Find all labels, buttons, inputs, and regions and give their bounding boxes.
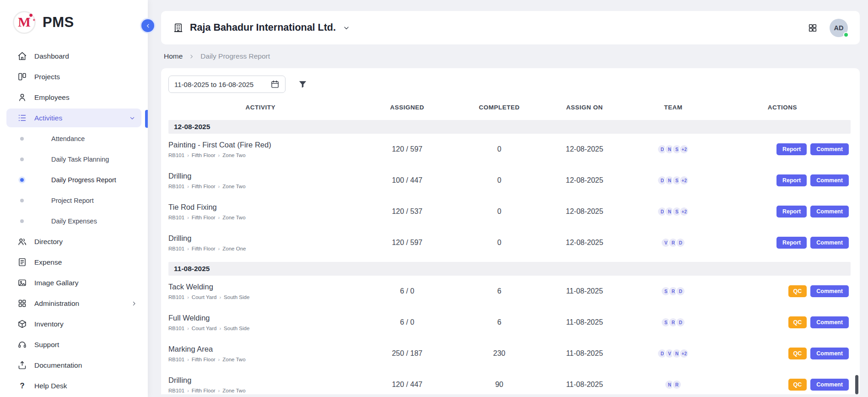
comment-button[interactable]: Comment — [810, 237, 849, 249]
user-avatar[interactable]: AD — [830, 19, 848, 37]
activity-path: RB101›Fifth Floor›Zone Two — [168, 357, 246, 362]
comment-button[interactable]: Comment — [810, 316, 849, 328]
activity-path: RB101›Fifth Floor›Zone Two — [168, 184, 246, 189]
table-row: DrillingRB101›Fifth Floor›Zone Two100 / … — [168, 165, 851, 196]
sidebar-subitem-daily-expenses[interactable]: Daily Expenses — [0, 211, 148, 231]
bullet-icon — [20, 178, 24, 182]
sidebar-subitem-attendance[interactable]: Attendance — [0, 128, 148, 149]
online-status-dot — [843, 32, 849, 38]
activities-icon — [17, 113, 27, 123]
content-card: 11-08-2025 to 16-08-2025 ACTIVITY ASSIGN… — [161, 68, 860, 394]
team-avatar: +2 — [679, 144, 689, 154]
chevron-left-icon — [145, 22, 151, 29]
activity-title: Marking Area — [168, 345, 213, 353]
team-avatars: SRD — [632, 317, 714, 327]
bullet-icon — [20, 158, 24, 161]
table-row: Tie Rod FixingRB101›Fifth Floor›Zone Two… — [168, 196, 851, 227]
sidebar-item-projects[interactable]: Projects — [0, 66, 148, 87]
home-icon — [17, 51, 27, 61]
sidebar-item-inventory[interactable]: Inventory — [0, 314, 148, 334]
chevron-down-icon — [342, 24, 350, 32]
sidebar-item-label: Directory — [34, 238, 63, 246]
assign-on-value: 11-08-2025 — [537, 381, 632, 389]
app-name: PMS — [43, 14, 74, 31]
row-actions: QCComment — [714, 285, 851, 297]
path-part: Zone Two — [222, 215, 245, 220]
qc-button[interactable]: QC — [788, 285, 807, 297]
comment-button[interactable]: Comment — [810, 143, 849, 155]
sidebar-item-administration[interactable]: Administration — [0, 293, 148, 314]
path-separator: › — [219, 294, 221, 300]
sidebar-subitem-label: Attendance — [51, 135, 85, 142]
column-header-completed: COMPLETED — [462, 104, 537, 111]
apps-grid-icon[interactable] — [808, 23, 818, 33]
sidebar-subitem-daily-task-planning[interactable]: Daily Task Planning — [0, 149, 148, 169]
team-avatar: D — [675, 238, 685, 248]
completed-value: 90 — [462, 381, 537, 389]
sidebar-collapse-button[interactable] — [141, 19, 154, 32]
comment-button[interactable]: Comment — [810, 285, 849, 297]
path-separator: › — [187, 215, 189, 220]
qc-button[interactable]: QC — [788, 348, 807, 359]
path-separator: › — [187, 152, 189, 158]
path-separator: › — [218, 357, 220, 362]
company-selector[interactable]: Raja Bahadur International Ltd. — [173, 22, 350, 33]
activity-path: RB101›Court Yard›South Side — [168, 294, 249, 300]
row-actions: QCComment — [714, 348, 851, 359]
breadcrumb-current: Daily Progress Report — [200, 52, 270, 60]
activity-title: Full Welding — [168, 314, 210, 322]
comment-button[interactable]: Comment — [810, 348, 849, 359]
assign-on-value: 12-08-2025 — [537, 145, 632, 153]
comment-button[interactable]: Comment — [810, 174, 849, 186]
path-part: RB101 — [168, 184, 184, 189]
path-part: South Side — [224, 326, 249, 331]
sidebar-item-dashboard[interactable]: Dashboard — [0, 46, 148, 66]
sidebar-item-help-desk[interactable]: ?Help Desk — [0, 375, 148, 396]
completed-value: 0 — [462, 176, 537, 185]
sidebar-subitem-daily-progress-report[interactable]: Daily Progress Report — [0, 169, 148, 190]
path-part: Fifth Floor — [192, 152, 216, 158]
completed-value: 6 — [462, 287, 537, 295]
table-row: Marking AreaRB101›Fifth Floor›Zone Two25… — [168, 338, 851, 369]
filter-button[interactable] — [297, 79, 308, 90]
sidebar-item-label: Support — [34, 341, 59, 349]
sidebar-item-employees[interactable]: Employees — [0, 87, 148, 108]
team-avatar: +2 — [679, 207, 689, 217]
sidebar-subitem-label: Project Report — [51, 197, 94, 204]
report-button[interactable]: Report — [776, 206, 807, 218]
path-separator: › — [187, 388, 189, 393]
sidebar-item-activities[interactable]: Activities — [0, 109, 148, 127]
completed-value: 6 — [462, 318, 537, 326]
qc-button[interactable]: QC — [788, 316, 807, 328]
comment-button[interactable]: Comment — [810, 206, 849, 218]
sidebar-item-support[interactable]: Support — [0, 334, 148, 355]
qc-button[interactable]: QC — [788, 379, 807, 391]
column-header-team: TEAM — [632, 104, 714, 111]
filter-icon — [297, 79, 308, 90]
date-range-input[interactable]: 11-08-2025 to 16-08-2025 — [168, 76, 286, 93]
report-button[interactable]: Report — [776, 237, 807, 249]
team-avatar: D — [675, 286, 685, 296]
report-button[interactable]: Report — [776, 143, 807, 155]
sidebar-item-documentation[interactable]: Documentation — [0, 355, 148, 375]
sidebar: M PMS DashboardProjectsEmployeesActiviti… — [0, 0, 148, 397]
team-avatars: DNS+2 — [632, 144, 714, 154]
sidebar-item-directory[interactable]: Directory — [0, 231, 148, 252]
svg-text:?: ? — [20, 381, 24, 390]
path-separator: › — [187, 357, 189, 362]
assigned-value: 120 / 537 — [353, 207, 462, 216]
sidebar-item-expense[interactable]: Expense — [0, 252, 148, 272]
employees-icon — [17, 92, 27, 102]
sidebar-subitem-project-report[interactable]: Project Report — [0, 190, 148, 211]
sidebar-item-label: Projects — [34, 73, 60, 81]
comment-button[interactable]: Comment — [810, 379, 849, 391]
assigned-value: 120 / 597 — [353, 145, 462, 153]
documentation-icon — [17, 360, 27, 370]
path-separator: › — [187, 294, 189, 300]
scrollbar-thumb[interactable] — [855, 375, 858, 394]
report-button[interactable]: Report — [776, 174, 807, 186]
gallery-icon — [17, 278, 27, 288]
sidebar-item-image-gallary[interactable]: Image Gallary — [0, 272, 148, 293]
sidebar-subitem-label: Daily Expenses — [51, 218, 97, 225]
breadcrumb-home[interactable]: Home — [164, 52, 183, 60]
